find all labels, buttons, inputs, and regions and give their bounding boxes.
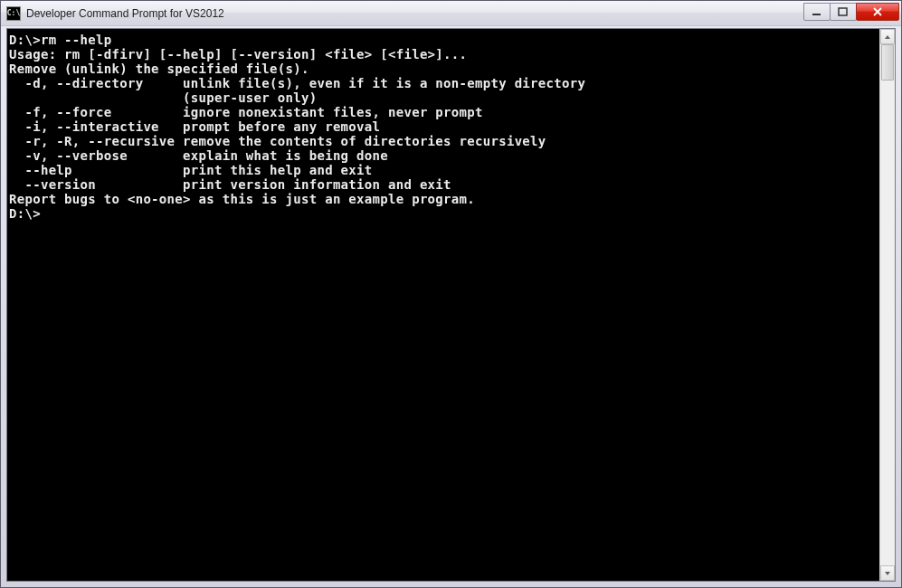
window-controls [804,3,899,21]
terminal-line: --help print this help and exit [9,163,878,177]
app-icon: C:\ [6,6,21,21]
chevron-up-icon [884,34,891,40]
svg-rect-1 [839,8,847,15]
client-area: D:\>rm --helpUsage: rm [-dfirv] [--help]… [6,28,896,582]
scroll-up-button[interactable] [880,29,895,44]
terminal-line: D:\> [9,206,878,221]
terminal-line: Report bugs to <no-one> as this is just … [9,192,878,206]
vertical-scrollbar[interactable] [879,29,895,581]
window-title: Developer Command Prompt for VS2012 [26,7,804,20]
close-button[interactable] [856,3,899,21]
terminal-line: -r, -R, --recursive remove the contents … [9,134,878,148]
titlebar[interactable]: C:\ Developer Command Prompt for VS2012 [1,1,901,26]
terminal-output[interactable]: D:\>rm --helpUsage: rm [-dfirv] [--help]… [7,29,879,581]
close-icon [872,7,883,16]
terminal-line: -d, --directory unlink file(s), even if … [9,76,878,90]
minimize-icon [812,7,822,16]
terminal-line: -f, --force ignore nonexistant files, ne… [9,105,878,119]
chevron-down-icon [884,571,891,576]
terminal-line: D:\>rm --help [9,33,878,47]
terminal-line: --version print version information and … [9,177,878,192]
terminal-line: Usage: rm [-dfirv] [--help] [--version] … [9,47,878,62]
scroll-down-button[interactable] [880,565,895,581]
scroll-track[interactable] [880,44,895,565]
svg-rect-0 [812,14,821,15]
scroll-thumb[interactable] [881,44,894,81]
maximize-button[interactable] [830,3,857,21]
terminal-line: -v, --verbose explain what is being done [9,148,878,163]
maximize-icon [838,7,849,16]
terminal-line: Remove (unlink) the specified file(s). [9,62,878,76]
terminal-line: -i, --interactive prompt before any remo… [9,119,878,134]
minimize-button[interactable] [803,3,831,21]
terminal-line: (super-user only) [9,90,878,105]
window-frame: C:\ Developer Command Prompt for VS2012 … [0,0,902,588]
